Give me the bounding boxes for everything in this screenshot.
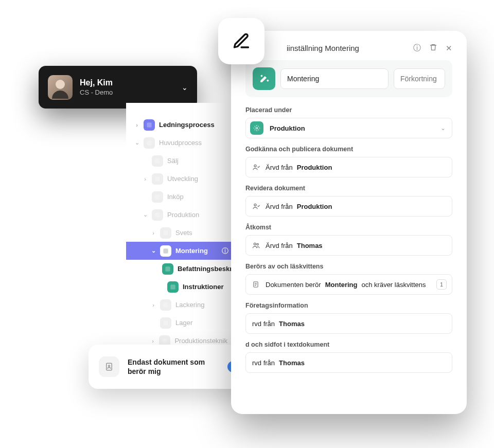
tree-type-icon bbox=[152, 209, 163, 221]
expand-arrow-icon[interactable]: › bbox=[134, 122, 139, 128]
tree-item-huvudprocess[interactable]: ⌄Huvudprocess bbox=[126, 134, 234, 152]
tree-item-label: Svets bbox=[175, 229, 192, 237]
svg-rect-5 bbox=[155, 194, 160, 199]
expand-arrow-icon[interactable]: › bbox=[143, 176, 148, 182]
tree-item-produktion[interactable]: ⌄Produktion bbox=[126, 206, 234, 224]
close-icon[interactable]: ✕ bbox=[446, 44, 452, 53]
name-input[interactable] bbox=[280, 68, 389, 89]
tree-type-icon bbox=[152, 155, 163, 167]
svg-rect-9 bbox=[165, 266, 170, 271]
tree-item-ledningsprocess[interactable]: ›Ledningsprocess bbox=[126, 116, 234, 134]
hf-prefix: rvd från bbox=[252, 359, 275, 367]
approve-field[interactable]: Ärvd från Produktion bbox=[245, 157, 452, 177]
revise-prefix: Ärvd från bbox=[266, 203, 293, 210]
info-icon[interactable]: ⓘ bbox=[222, 246, 228, 256]
placed-under-label: Placerad under bbox=[245, 106, 452, 114]
tree-item-label: Lager bbox=[175, 319, 192, 327]
chevron-down-icon: ⌄ bbox=[440, 124, 446, 132]
user-subtitle: CS - Demo bbox=[80, 88, 174, 96]
expand-arrow-icon[interactable]: ⌄ bbox=[151, 247, 156, 254]
tree-type-icon bbox=[160, 227, 171, 239]
company-label: Företagsinformation bbox=[245, 302, 452, 309]
svg-rect-1 bbox=[147, 122, 151, 127]
concern-p3: och kräver läskvittens bbox=[362, 281, 426, 289]
access-label: Åtkomst bbox=[245, 224, 452, 231]
tree-item-montering[interactable]: ⌄Monteringⓘ bbox=[126, 242, 234, 260]
svg-rect-2 bbox=[147, 140, 151, 145]
approve-value: Produktion bbox=[297, 164, 332, 171]
expand-arrow-icon[interactable]: › bbox=[151, 302, 156, 308]
abbreviation-input[interactable] bbox=[394, 68, 445, 89]
expand-arrow-icon[interactable]: ⌄ bbox=[143, 211, 148, 218]
company-value: Thomas bbox=[279, 320, 305, 328]
tree-item-label: Sälj bbox=[167, 157, 179, 165]
filter-label: Endast dokument som berör mig bbox=[128, 357, 219, 376]
concern-p2: Montering bbox=[325, 281, 358, 289]
tree-item-svets[interactable]: ›Svets bbox=[126, 224, 234, 242]
placed-under-select[interactable]: Produktion ⌄ bbox=[245, 118, 452, 138]
svg-rect-7 bbox=[163, 230, 168, 235]
tree-type-icon bbox=[144, 137, 155, 149]
tree-item-label: Produktion bbox=[167, 211, 199, 219]
concern-label: Berörs av och läskvittens bbox=[245, 263, 452, 270]
tree-item-label: Befattningsbeskriv bbox=[178, 265, 238, 273]
tree-item-label: Instruktioner bbox=[183, 283, 223, 291]
tree-type-icon bbox=[152, 173, 163, 185]
company-field[interactable]: rvd från Thomas bbox=[245, 313, 452, 334]
tree-item-label: Utveckling bbox=[167, 175, 198, 183]
edit-button[interactable] bbox=[218, 18, 264, 64]
delete-icon[interactable] bbox=[429, 43, 437, 53]
hf-value: Thomas bbox=[279, 359, 305, 367]
tree-item-lager[interactable]: Lager bbox=[126, 314, 234, 332]
chevron-down-icon[interactable]: ⌄ bbox=[182, 83, 188, 92]
expand-arrow-icon[interactable]: › bbox=[151, 230, 156, 236]
svg-rect-6 bbox=[155, 212, 160, 217]
concern-field[interactable]: Dokumenten berör Montering och kräver lä… bbox=[245, 274, 452, 295]
tree-item-befattningsbeskriv[interactable]: Befattningsbeskriv bbox=[126, 260, 234, 278]
user-card[interactable]: Hej, Kim CS - Demo ⌄ bbox=[39, 66, 197, 109]
tree-item-inköp[interactable]: Inköp bbox=[126, 188, 234, 206]
revise-field[interactable]: Ärvd från Produktion bbox=[245, 196, 452, 217]
type-icon bbox=[253, 67, 275, 90]
placed-under-value: Produktion bbox=[270, 124, 305, 132]
svg-rect-13 bbox=[163, 338, 167, 343]
svg-point-17 bbox=[254, 165, 256, 167]
approve-prefix: Ärvd från bbox=[266, 164, 293, 171]
info-icon[interactable]: ⓘ bbox=[413, 43, 421, 53]
avatar bbox=[48, 75, 73, 100]
tree-item-label: Montering bbox=[175, 247, 208, 255]
user-greeting: Hej, Kim bbox=[80, 78, 174, 87]
tree-item-utveckling[interactable]: ›Utveckling bbox=[126, 170, 234, 188]
expand-arrow-icon[interactable]: ⌄ bbox=[134, 139, 139, 146]
panel-header: iinställning Montering ⓘ ✕ bbox=[245, 43, 452, 53]
users-icon bbox=[252, 241, 261, 249]
tree-item-label: Ledningsprocess bbox=[159, 121, 215, 129]
svg-rect-8 bbox=[163, 248, 168, 253]
svg-rect-4 bbox=[155, 176, 160, 181]
tree-item-sälj[interactable]: Sälj bbox=[126, 152, 234, 170]
access-value: Thomas bbox=[297, 242, 323, 249]
header-footer-field[interactable]: rvd från Thomas bbox=[245, 352, 452, 373]
panel-title: iinställning Montering bbox=[245, 44, 413, 52]
tree-type-icon bbox=[167, 281, 179, 293]
document-icon bbox=[252, 281, 261, 288]
svg-point-18 bbox=[254, 204, 256, 206]
tree-item-label: Inköp bbox=[167, 193, 184, 201]
svg-point-15 bbox=[109, 365, 110, 367]
expand-arrow-icon[interactable]: › bbox=[151, 338, 155, 344]
name-row bbox=[245, 60, 452, 97]
access-field[interactable]: Ärvd från Thomas bbox=[245, 235, 452, 256]
revise-value: Produktion bbox=[297, 203, 332, 210]
company-prefix: rvd från bbox=[252, 320, 275, 328]
concern-p1: Dokumenten berör bbox=[266, 281, 321, 289]
access-prefix: Ärvd från bbox=[266, 242, 293, 249]
tree-item-lackering[interactable]: ›Lackering bbox=[126, 296, 234, 314]
tree-item-label: Produktionsteknik bbox=[174, 337, 227, 345]
header-footer-label: d och sidfot i textdokument bbox=[245, 341, 452, 348]
tree-item-instruktioner[interactable]: Instruktioner bbox=[126, 278, 234, 296]
tree-type-icon bbox=[160, 299, 171, 311]
svg-rect-12 bbox=[163, 320, 168, 325]
gear-icon bbox=[250, 121, 263, 135]
document-person-icon bbox=[99, 356, 119, 377]
settings-panel: iinställning Montering ⓘ ✕ Placerad unde… bbox=[231, 31, 467, 414]
